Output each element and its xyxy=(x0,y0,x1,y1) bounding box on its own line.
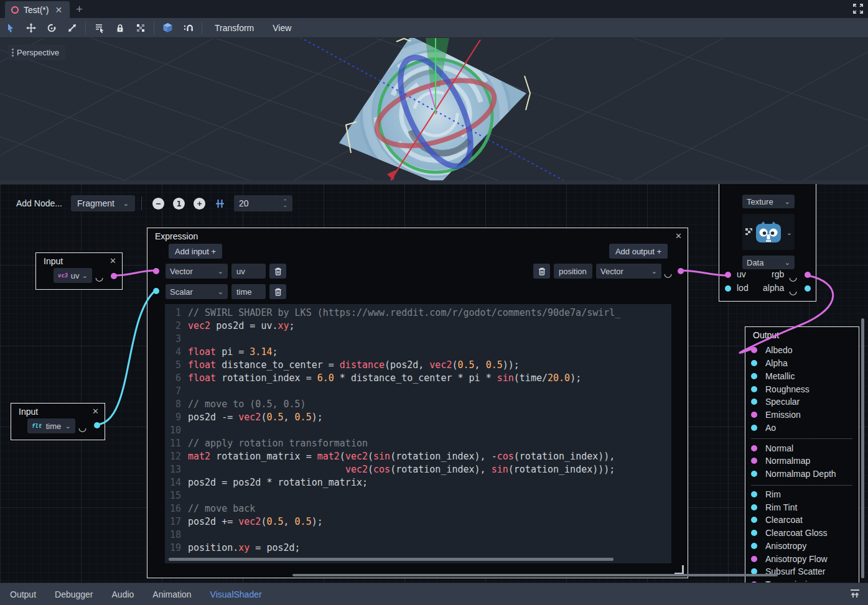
bottom-tab-debugger[interactable]: Debugger xyxy=(55,589,93,599)
input-port-dot-uv[interactable] xyxy=(153,268,159,274)
select-list-button[interactable] xyxy=(89,20,110,36)
code-line[interactable]: 16// move back xyxy=(165,502,671,515)
port-dot[interactable] xyxy=(751,458,757,464)
port-dot[interactable] xyxy=(751,445,757,451)
output-port-roughness[interactable]: Roughness xyxy=(751,382,856,395)
add-output-button[interactable]: Add output + xyxy=(609,244,668,259)
output-port-rim[interactable]: Rim xyxy=(751,488,856,501)
chevron-down-icon[interactable]: ⌄ xyxy=(786,229,792,237)
bottom-tab-animation[interactable]: Animation xyxy=(152,589,191,599)
code-line[interactable]: 12mat2 rotation_matrix = mat2(vec2(sin(r… xyxy=(165,450,671,463)
code-line[interactable]: 11// apply rotation transformation xyxy=(165,437,671,450)
code-line[interactable]: 5float distance_to_center = distance(pos… xyxy=(165,359,671,372)
code-line[interactable]: 10 xyxy=(165,424,671,437)
node-output[interactable]: Output AlbedoAlphaMetallicRoughnessSpecu… xyxy=(745,326,859,583)
port-dot[interactable] xyxy=(751,471,757,477)
port-dot[interactable] xyxy=(751,347,757,353)
snap-distance-spinbox[interactable]: 20 ⌃⌄ xyxy=(234,195,292,211)
graph-vertical-scrollbar[interactable] xyxy=(861,318,864,578)
code-line[interactable]: 13 vec2(cos(rotation_index), sin(rotatio… xyxy=(165,463,671,476)
output-port-transmission[interactable]: Transmission xyxy=(751,578,856,583)
output-port-rim-tint[interactable]: Rim Tint xyxy=(751,501,856,514)
node-resize-handle[interactable] xyxy=(674,565,684,575)
view-menu[interactable]: View xyxy=(263,23,301,33)
output-port-anisotropy-flow[interactable]: Anisotropy Flow xyxy=(751,552,856,565)
output-port-alpha[interactable]: Alpha xyxy=(751,357,856,370)
visual-shader-graph[interactable]: Add Node... Fragment ⌄ − 1 + 20 ⌃⌄ Input… xyxy=(0,184,868,583)
snap-magnet-icon[interactable] xyxy=(178,20,198,36)
node-input-time[interactable]: Input ✕ flt time ⌄ ◡ xyxy=(11,403,105,440)
output-port-anisotropy[interactable]: Anisotropy xyxy=(751,540,856,553)
scale-tool-button[interactable] xyxy=(62,20,82,36)
output-port-dot-position[interactable] xyxy=(678,268,684,274)
fullscreen-icon[interactable] xyxy=(852,3,864,14)
spinbox-arrows-icon[interactable]: ⌃⌄ xyxy=(283,200,288,207)
output-name-field[interactable]: position xyxy=(554,264,592,279)
transform-menu[interactable]: Transform xyxy=(205,23,263,33)
edit-texture-icon[interactable] xyxy=(745,228,753,236)
remove-output-button[interactable] xyxy=(533,264,550,279)
code-line[interactable]: 3 xyxy=(165,333,671,346)
port-dot[interactable] xyxy=(751,412,757,418)
port-dot[interactable] xyxy=(751,386,757,392)
code-line[interactable]: 14pos2d = pos2d * rotation_matrix; xyxy=(165,476,671,489)
port-dot[interactable] xyxy=(751,556,757,562)
texture-preview[interactable]: ⌄ xyxy=(742,214,795,250)
output-port-normal[interactable]: Normal xyxy=(751,441,856,455)
close-icon[interactable]: ✕ xyxy=(110,256,116,266)
port-dot[interactable] xyxy=(751,399,757,405)
move-tool-button[interactable] xyxy=(21,20,41,36)
output-port-emission[interactable]: Emission xyxy=(751,409,856,422)
port-preview-icon[interactable]: ◡ xyxy=(789,288,797,294)
node-input-uv[interactable]: Input ✕ vc3 uv ⌄ ◡ xyxy=(35,252,123,290)
texture-type-dropdown[interactable]: Data ⌄ xyxy=(742,256,795,269)
bottom-tab-audio[interactable]: Audio xyxy=(112,589,134,599)
code-line[interactable]: 1// SWIRL SHADER by LKS (https://www.red… xyxy=(165,307,671,320)
code-line[interactable]: 19position.xy = pos2d; xyxy=(165,542,671,555)
port-dot[interactable] xyxy=(751,530,757,536)
output-port-specular[interactable]: Specular xyxy=(751,395,856,409)
input-type-dropdown[interactable]: flt time ⌄ xyxy=(27,418,75,433)
port-preview-icon[interactable]: ◡ xyxy=(78,425,86,431)
port-dot[interactable] xyxy=(751,491,757,497)
add-node-button[interactable]: Add Node... xyxy=(7,198,71,208)
output-port-clearcoat[interactable]: Clearcoat xyxy=(751,514,856,527)
close-icon[interactable]: ✕ xyxy=(675,231,682,241)
texture-source-dropdown[interactable]: Texture ⌄ xyxy=(742,195,795,208)
output-port-normalmap-depth[interactable]: Normalmap Depth xyxy=(751,468,856,481)
zoom-out-button[interactable]: − xyxy=(152,198,164,210)
shader-mode-dropdown[interactable]: Fragment ⌄ xyxy=(71,195,135,211)
input-type-dropdown[interactable]: Scalar ⌄ xyxy=(166,284,228,299)
code-line[interactable]: 15 xyxy=(165,489,671,502)
port-dot[interactable] xyxy=(751,581,757,583)
code-line[interactable]: 7 xyxy=(165,385,671,398)
lock-icon[interactable] xyxy=(110,20,130,36)
perspective-menu[interactable]: Perspective xyxy=(8,45,65,60)
local-space-icon[interactable] xyxy=(157,20,178,36)
new-tab-button[interactable]: + xyxy=(76,1,83,17)
3d-viewport[interactable]: Perspective xyxy=(0,38,868,180)
output-port-dot[interactable] xyxy=(111,273,117,279)
code-line[interactable]: 8// move to (0.5, 0.5) xyxy=(165,398,671,411)
input-type-dropdown[interactable]: Vector ⌄ xyxy=(166,264,228,279)
output-port-dot[interactable] xyxy=(94,422,100,428)
remove-input-button[interactable] xyxy=(269,284,286,299)
port-preview-icon[interactable]: ◡ xyxy=(789,274,797,280)
input-port-dot-uv[interactable] xyxy=(725,272,731,278)
code-line[interactable]: 17pos2d += vec2(0.5, 0.5); xyxy=(165,515,671,529)
output-port-metallic[interactable]: Metallic xyxy=(751,370,856,383)
zoom-in-button[interactable]: + xyxy=(194,198,205,210)
code-line[interactable]: 18 xyxy=(165,529,671,542)
code-line[interactable]: 6float rotation_index = 6.0 * distance_t… xyxy=(165,372,671,385)
code-line[interactable]: 2vec2 pos2d = uv.xy; xyxy=(165,320,671,333)
port-dot[interactable] xyxy=(751,517,757,523)
input-type-dropdown[interactable]: vc3 uv ⌄ xyxy=(54,268,92,283)
add-input-button[interactable]: Add input + xyxy=(169,244,222,259)
zoom-reset-button[interactable]: 1 xyxy=(173,198,185,210)
code-horizontal-scrollbar[interactable] xyxy=(169,558,614,561)
port-dot[interactable] xyxy=(751,543,757,549)
output-port-dot-rgb[interactable] xyxy=(805,272,811,278)
port-dot[interactable] xyxy=(751,360,757,366)
node-expression[interactable]: Expression ✕ Add input + Add output + Ve… xyxy=(147,228,688,578)
expression-code-editor[interactable]: 1// SWIRL SHADER by LKS (https://www.red… xyxy=(165,304,671,563)
